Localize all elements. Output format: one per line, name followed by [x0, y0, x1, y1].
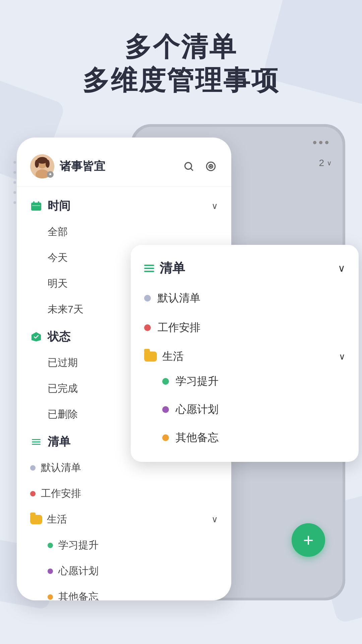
- panel-header[interactable]: 清单 ∨: [144, 255, 345, 283]
- panel-dot-default: [144, 295, 151, 302]
- bg-phone-count: 2 ∨: [319, 158, 332, 168]
- svg-rect-12: [33, 201, 35, 204]
- list-item-wish-text: 心愿计划: [58, 564, 99, 578]
- panel-sub-memo-text: 其他备忘: [176, 430, 219, 445]
- phone-area: 2 ∨: [17, 124, 345, 624]
- list-item-study-text: 学习提升: [58, 538, 99, 552]
- list-item-wish[interactable]: 心愿计划: [30, 558, 218, 584]
- panel-item-work[interactable]: 工作安排: [144, 313, 345, 342]
- target-icon[interactable]: [204, 159, 218, 173]
- folder-life-name: 生活: [47, 513, 207, 526]
- time-chevron: ∨: [212, 201, 218, 211]
- avatar-badge: [47, 171, 54, 178]
- panel-chevron: ∨: [338, 262, 345, 274]
- fab-add-button[interactable]: +: [292, 523, 325, 557]
- svg-line-7: [191, 168, 193, 170]
- dot-wish: [48, 569, 53, 574]
- header-divider: [17, 186, 231, 187]
- list-section-left: 清单: [30, 434, 70, 449]
- time-icon: [30, 200, 42, 212]
- header-title: 多个清单 多维度管理事项: [27, 30, 335, 97]
- search-icon[interactable]: [182, 159, 196, 173]
- status-section-left: 状态: [30, 329, 70, 344]
- list-item-memo-text: 其他备忘: [58, 590, 99, 600]
- avatar-container[interactable]: [30, 154, 54, 178]
- svg-rect-14: [32, 205, 40, 206]
- panel-header-left: 清单: [144, 260, 185, 277]
- svg-point-6: [185, 163, 192, 169]
- fab-plus-icon: +: [303, 531, 314, 549]
- time-section-left: 时间: [30, 198, 70, 214]
- list-item-work-text: 工作安排: [41, 487, 81, 500]
- panel-item-default-text: 默认清单: [158, 291, 200, 306]
- panel-sub-item-study[interactable]: 学习提升: [144, 367, 345, 395]
- panel-folder-life-name: 生活: [162, 349, 334, 364]
- nav-item-all[interactable]: 全部: [30, 219, 218, 245]
- status-icon: [30, 331, 42, 343]
- panel-lines-icon: [144, 265, 154, 272]
- svg-point-4: [35, 160, 39, 168]
- panel-sub-item-memo[interactable]: 其他备忘: [144, 424, 345, 452]
- header-line1: 多个清单: [125, 32, 237, 62]
- list-section-title: 清单: [48, 434, 70, 449]
- header-icons: [182, 159, 218, 173]
- panel-folder-life[interactable]: 生活 ∨: [144, 342, 345, 367]
- status-section-title: 状态: [48, 329, 70, 344]
- panel-sub-wish-text: 心愿计划: [176, 402, 219, 417]
- folder-life-chevron: ∨: [212, 514, 218, 525]
- list-lines-icon: [30, 436, 42, 448]
- user-name: 诸事皆宜: [60, 159, 176, 174]
- folder-life-icon: [30, 515, 42, 524]
- header-line2: 多维度管理事项: [82, 65, 280, 95]
- panel-sub-study-text: 学习提升: [176, 374, 219, 389]
- panel-sub-item-wish[interactable]: 心愿计划: [144, 395, 345, 424]
- svg-point-5: [46, 160, 50, 168]
- panel-dot-wish: [162, 406, 169, 413]
- list-item-work[interactable]: 工作安排: [30, 481, 218, 506]
- list-item-memo[interactable]: 其他备忘: [30, 584, 218, 600]
- time-section-title: 时间: [48, 198, 70, 214]
- list-item-study[interactable]: 学习提升: [30, 532, 218, 558]
- floating-panel: 清单 ∨ 默认清单 工作安排 生活 ∨ 学习提升 心愿计划 其他备忘: [131, 245, 359, 462]
- panel-item-work-text: 工作安排: [158, 320, 200, 335]
- svg-point-10: [210, 166, 212, 167]
- bg-phone-menu: [313, 141, 328, 144]
- svg-rect-13: [38, 201, 39, 204]
- dot-study: [48, 543, 53, 548]
- dot-default: [30, 465, 36, 471]
- svg-marker-15: [32, 332, 41, 341]
- panel-item-default[interactable]: 默认清单: [144, 283, 345, 313]
- panel-folder-life-chevron: ∨: [339, 352, 345, 362]
- svg-rect-11: [31, 203, 41, 211]
- panel-dot-memo: [162, 434, 169, 441]
- panel-dot-work: [144, 324, 151, 331]
- panel-dot-study: [162, 378, 169, 385]
- phone-header: 诸事皆宜: [17, 138, 231, 185]
- dot-work: [30, 491, 36, 496]
- list-item-default-text: 默认清单: [41, 461, 81, 475]
- panel-folder-life-icon: [144, 352, 157, 362]
- folder-life-header[interactable]: 生活 ∨: [30, 506, 218, 532]
- header-section: 多个清单 多维度管理事项: [0, 30, 362, 97]
- dot-memo: [48, 594, 53, 600]
- time-section-header[interactable]: 时间 ∨: [30, 192, 218, 219]
- panel-title: 清单: [160, 260, 185, 277]
